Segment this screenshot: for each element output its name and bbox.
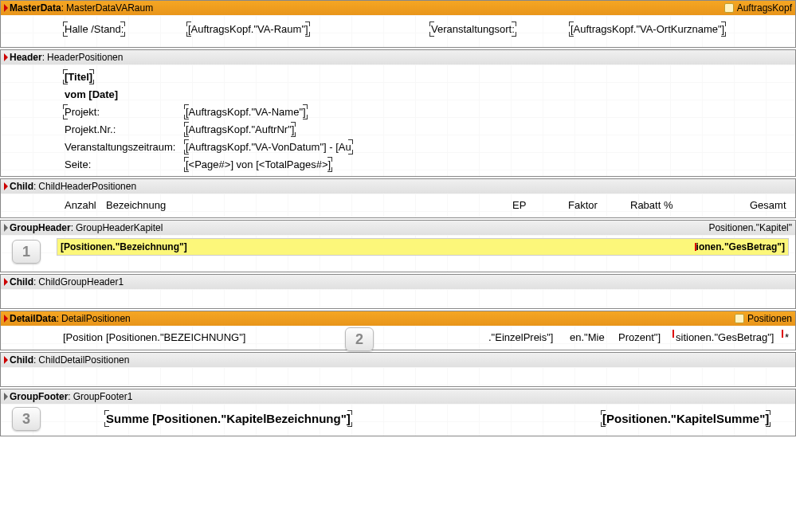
band-header-masterdata[interactable]: MasterData: MasterDataVARaum AuftragsKop…: [1, 1, 795, 15]
band-body-childdetail[interactable]: [1, 367, 795, 386]
band-type-label: Child: [10, 181, 33, 192]
band-childheader[interactable]: Child: ChildHeaderPositionen Anzahl Beze…: [0, 178, 796, 218]
band-arrow-icon: [4, 278, 8, 286]
band-header[interactable]: Header: HeaderPositionen [Titel] vom [Da…: [0, 49, 796, 177]
band-arrow-icon: [4, 224, 8, 232]
band-body-childgroupheader[interactable]: [1, 289, 795, 308]
band-body-groupheader[interactable]: 1 [Positionen."Bezeichnung"] ionen."GesB…: [1, 235, 795, 272]
band-body-masterdata[interactable]: Halle /Stand: [AuftragsKopf."VA-Raum"] V…: [1, 15, 795, 47]
field-ort-expr[interactable]: [AuftragsKopf."VA-OrtKurzname"]: [571, 23, 724, 35]
band-groupheader[interactable]: GroupHeader: GroupHeaderKapitel Position…: [0, 220, 796, 272]
badge-2: 2: [345, 327, 374, 351]
band-name: ChildDetailPositionen: [38, 354, 129, 366]
band-header-groupfooter[interactable]: GroupFooter: GroupFooter1: [1, 389, 795, 404]
band-name: GroupFooter1: [73, 391, 133, 402]
field-titel[interactable]: [Titel]: [65, 71, 92, 83]
col-anzahl[interactable]: Anzahl: [65, 199, 96, 211]
field-bez[interactable]: [Positionen."BEZEICHNUNG"]: [106, 331, 245, 343]
band-header-detaildata[interactable]: DetailData: DetailPositionen Positionen: [1, 311, 795, 326]
band-detaildata[interactable]: DetailData: DetailPositionen Positionen …: [0, 311, 796, 350]
band-name: DetailPositionen: [61, 313, 131, 324]
band-type-label: GroupHeader: [10, 222, 71, 233]
band-header-childgroupheader[interactable]: Child: ChildGroupHeader1: [1, 275, 795, 289]
red-marker-icon: [672, 330, 674, 338]
field-zeitraum-label[interactable]: Veranstaltungszeitraum:: [65, 141, 175, 153]
red-marker-icon: [782, 330, 783, 338]
field-seite-label[interactable]: Seite:: [65, 158, 91, 170]
col-bezeichnung[interactable]: Bezeichnung: [106, 199, 166, 211]
band-body-detaildata[interactable]: 2 [Position [Positionen."BEZEICHNUNG"] .…: [1, 326, 795, 350]
badge-3: 3: [12, 407, 41, 431]
field-halle-expr[interactable]: [AuftragsKopf."VA-Raum"]: [188, 23, 308, 35]
dataset-icon: [724, 3, 734, 13]
band-type-label: Child: [10, 276, 33, 288]
band-arrow-icon: [4, 393, 8, 401]
field-summe-expr[interactable]: [Positionen."KapitelSumme"]: [602, 412, 769, 425]
band-type-label: Child: [10, 354, 33, 366]
band-arrow-icon: [4, 53, 8, 61]
red-marker-icon: [695, 243, 696, 251]
col-ep[interactable]: EP: [512, 199, 526, 211]
band-masterdata[interactable]: MasterData: MasterDataVARaum AuftragsKop…: [0, 0, 796, 48]
band-childgroupheader[interactable]: Child: ChildGroupHeader1: [0, 274, 796, 309]
band-type-label: DetailData: [10, 313, 57, 324]
band-name: MasterDataVARaum: [66, 2, 153, 14]
band-body-childheader[interactable]: Anzahl Bezeichnung EP Faktor Rabatt % Ge…: [1, 194, 795, 217]
band-header-childheader[interactable]: Child: ChildHeaderPositionen: [1, 179, 795, 194]
band-childdetail[interactable]: Child: ChildDetailPositionen: [0, 352, 796, 387]
dataset-name: Positionen: [747, 313, 792, 324]
band-body-header[interactable]: [Titel] vom [Date] Projekt: [AuftragsKop…: [1, 65, 795, 176]
band-body-groupfooter[interactable]: 3 Summe [Positionen."KapitelBezeichnung"…: [1, 404, 795, 436]
col-faktor[interactable]: Faktor: [568, 199, 598, 211]
field-ort-label[interactable]: Veranstaltungsort:: [431, 23, 515, 35]
band-name: HeaderPositionen: [47, 52, 123, 63]
band-type-label: Header: [10, 52, 42, 63]
field-star[interactable]: *: [785, 331, 789, 343]
field-seite-expr[interactable]: [<Page#>] von [<TotalPages#>]: [186, 158, 331, 170]
band-arrow-icon: [4, 356, 8, 364]
dataset-icon: [735, 314, 744, 323]
band-header-header[interactable]: Header: HeaderPositionen: [1, 50, 795, 65]
dataset-name: AuftragsKopf: [737, 2, 792, 14]
field-projektnr-expr[interactable]: [AuftragsKopf."AuftrNr"]: [186, 123, 294, 135]
field-projekt-expr[interactable]: [AuftragsKopf."VA-Name"]: [186, 106, 306, 118]
field-projekt-label[interactable]: Projekt:: [65, 106, 100, 118]
highlighted-row[interactable]: [Positionen."Bezeichnung"] ionen."GesBet…: [57, 238, 789, 256]
field-miet[interactable]: en."Mie: [570, 331, 605, 343]
field-bezeichnung-expr[interactable]: [Positionen."Bezeichnung"]: [61, 241, 695, 252]
col-rabatt[interactable]: Rabatt %: [630, 199, 672, 211]
field-halle-label[interactable]: Halle /Stand:: [65, 23, 124, 35]
field-prozent[interactable]: Prozent"]: [618, 331, 661, 343]
band-arrow-icon: [4, 182, 8, 190]
field-ep[interactable]: ."EinzelPreis"]: [488, 331, 553, 343]
field-gesbetrag-expr[interactable]: ionen."GesBetrag"]: [696, 241, 785, 252]
band-arrow-icon: [4, 315, 8, 323]
group-condition: Positionen."Kapitel": [708, 222, 792, 233]
band-name: ChildHeaderPositionen: [38, 181, 136, 192]
badge-1: 1: [12, 240, 41, 264]
field-summe-label[interactable]: Summe [Positionen."KapitelBezeichnung"]: [106, 412, 351, 425]
band-groupfooter[interactable]: GroupFooter: GroupFooter1 3 Summe [Posit…: [0, 389, 796, 436]
field-projektnr-label[interactable]: Projekt.Nr.:: [65, 123, 116, 135]
band-type-label: GroupFooter: [10, 391, 68, 402]
field-zeitraum-expr[interactable]: [AuftragsKopf."VA-VonDatum"] - [Au: [186, 141, 351, 153]
band-header-groupheader[interactable]: GroupHeader: GroupHeaderKapitel Position…: [1, 221, 795, 235]
band-arrow-icon: [4, 4, 8, 12]
band-name: ChildGroupHeader1: [38, 276, 124, 288]
col-gesamt[interactable]: Gesamt: [750, 199, 786, 211]
band-type-label: MasterData: [10, 2, 61, 14]
band-header-childdetail[interactable]: Child: ChildDetailPositionen: [1, 353, 795, 367]
band-name: GroupHeaderKapitel: [76, 222, 163, 233]
field-ges[interactable]: sitionen."GesBetrag"]: [676, 331, 774, 343]
field-datum[interactable]: vom [Date]: [65, 88, 118, 100]
field-pos[interactable]: [Position: [63, 331, 103, 343]
